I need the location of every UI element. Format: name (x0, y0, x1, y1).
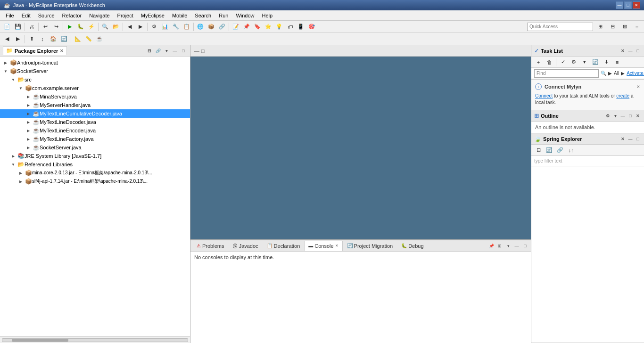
tb2-forward[interactable]: ▶ (13, 34, 23, 44)
minimize-button[interactable]: — (616, 1, 623, 9)
arrow-btn1[interactable]: ▶ (608, 71, 612, 76)
tree-item-mytextlinedecoder[interactable]: ▶ ☕ MyTextLineDecoder.java (0, 118, 190, 126)
toolbar-btn8[interactable]: 📝 (231, 22, 241, 32)
quick-access-btn4[interactable]: ≡ (632, 22, 642, 32)
editor-maximize[interactable]: □ (201, 48, 205, 54)
quick-access-btn1[interactable]: ⊞ (595, 22, 605, 32)
tb2-btn4[interactable]: 🔄 (59, 34, 69, 44)
tree-item-mytextlinefactory[interactable]: ▶ ☕ MyTextLineFactory.java (0, 135, 190, 143)
tree-item-src[interactable]: ▼ 📂 src (0, 75, 190, 84)
outline-menu[interactable]: ▾ (612, 113, 619, 119)
toolbar-btn7[interactable]: 🔗 (217, 22, 227, 32)
spring-filter-btn[interactable]: ↓↑ (566, 145, 576, 155)
tb2-btn3[interactable]: 🏠 (48, 34, 58, 44)
toolbar-btn2[interactable]: 📊 (160, 22, 170, 32)
toolbar-btn10[interactable]: 🔖 (252, 22, 263, 32)
spring-collapse-btn[interactable]: ⊟ (533, 145, 544, 155)
outline-maximize[interactable]: □ (627, 113, 634, 119)
tasklist-close[interactable]: ✕ (619, 48, 626, 54)
quick-access-btn3[interactable]: ⊠ (619, 22, 630, 32)
tab-project-migration[interactable]: 🔄 Project Migration (343, 241, 397, 251)
menu-source[interactable]: Source (34, 12, 58, 19)
toolbar-btn11[interactable]: ⭐ (263, 22, 273, 32)
menu-file[interactable]: File (2, 12, 18, 19)
tasklist-minimize[interactable]: — (627, 48, 634, 54)
maximize-button[interactable]: □ (624, 1, 632, 9)
console-pin-btn[interactable]: 📌 (487, 242, 495, 250)
tree-item-minaserver[interactable]: ▶ ☕ MinaServer.java (0, 92, 190, 101)
new-button[interactable]: 📄 (2, 22, 12, 32)
task-mark-btn[interactable]: ✓ (558, 57, 568, 67)
toolbar-btn6[interactable]: 📦 (206, 22, 216, 32)
spring-close[interactable]: ✕ (619, 136, 626, 142)
tree-item-reflibs[interactable]: ▼ 📂 Referenced Libraries (0, 160, 190, 169)
debug-button[interactable]: 🐛 (75, 22, 86, 32)
spring-link-btn[interactable]: 🔗 (555, 145, 565, 155)
tb2-perspective3[interactable]: ☕ (94, 34, 105, 44)
tree-item-socketserverjava[interactable]: ▶ ☕ SocketServer.java (0, 143, 190, 152)
profile-button[interactable]: ⚡ (86, 22, 97, 32)
toolbar-btn15[interactable]: 🎯 (306, 22, 317, 32)
task-refresh-btn[interactable]: 🔄 (590, 57, 601, 67)
tb2-back[interactable]: ◀ (2, 34, 12, 44)
menu-run[interactable]: Run (215, 12, 232, 19)
open-button[interactable]: 📂 (111, 22, 121, 32)
tab-declaration[interactable]: 📋 Declaration (263, 241, 305, 251)
toolbar-btn13[interactable]: 🏷 (285, 22, 295, 32)
arrow-btn2[interactable]: ▶ (621, 71, 625, 76)
spring-refresh-btn[interactable]: 🔄 (544, 145, 554, 155)
undo-button[interactable]: ↩ (40, 22, 50, 32)
create-link[interactable]: create (616, 93, 629, 98)
toolbar-btn1[interactable]: ⚙ (149, 22, 159, 32)
spring-minimize[interactable]: — (627, 136, 634, 142)
tree-item-mytextlinecumulativedecoder[interactable]: ▶ ☕ MyTextLineCumulativeDecoder.java (0, 109, 190, 118)
console-tab-close[interactable]: ✕ (335, 244, 339, 248)
tree-scrollbar[interactable] (0, 336, 190, 343)
tasklist-maximize[interactable]: □ (635, 48, 641, 54)
task-filter-btn[interactable]: ▾ (579, 57, 590, 67)
quick-access-btn2[interactable]: ⊟ (607, 22, 618, 32)
save-button[interactable]: 💾 (13, 22, 23, 32)
run-button[interactable]: ▶ (65, 22, 75, 32)
toolbar-btn14[interactable]: 📱 (296, 22, 306, 32)
package-explorer-close[interactable]: ✕ (60, 49, 64, 53)
task-new-btn[interactable]: + (533, 57, 544, 67)
link-editor-btn[interactable]: 🔗 (154, 47, 162, 55)
menu-edit[interactable]: Edit (18, 12, 34, 19)
tab-debug[interactable]: 🐛 Debug (397, 241, 428, 251)
console-minimize[interactable]: — (513, 242, 520, 250)
menu-myeclipse[interactable]: MyEclipse (137, 12, 168, 19)
tab-problems[interactable]: ⚠ Problems (192, 241, 228, 251)
tree-item-androidpn[interactable]: ▶ 📦 Androidpn-tomcat (0, 58, 190, 67)
view-menu-btn[interactable]: ▾ (163, 47, 170, 55)
menu-help[interactable]: Help (258, 12, 277, 19)
next-edit-button[interactable]: ▶ (135, 22, 146, 32)
tree-item-mytextlineencoder[interactable]: ▶ ☕ MyTextLineEncoder.java (0, 126, 190, 135)
redo-button[interactable]: ↪ (51, 22, 61, 32)
menu-search[interactable]: Search (191, 12, 215, 19)
toolbar-btn4[interactable]: 📋 (182, 22, 192, 32)
tb2-btn2[interactable]: ↕ (37, 34, 48, 44)
menu-navigate[interactable]: Navigate (85, 12, 113, 19)
maximize-panel-btn[interactable]: □ (180, 47, 187, 55)
activate-link[interactable]: Activate... (627, 71, 644, 76)
editor-minimize[interactable]: — (194, 48, 199, 54)
task-settings-btn[interactable]: ⚙ (569, 57, 579, 67)
toolbar-btn12[interactable]: 💡 (274, 22, 284, 32)
tree-item-package[interactable]: ▼ 📦 com.example.server (0, 84, 190, 92)
console-view-menu[interactable]: ▾ (504, 242, 512, 250)
h-scrollbar-thumb[interactable] (12, 339, 68, 342)
tree-item-jre[interactable]: ▶ 📚 JRE System Library [JavaSE-1.7] (0, 152, 190, 160)
tree-item-minacore[interactable]: ▶ 📦 mina-core-2.0.13.jar - E:\mina框架\apa… (0, 169, 190, 177)
close-button[interactable]: ✕ (633, 1, 640, 9)
mylyn-close[interactable]: ✕ (636, 84, 640, 89)
outline-settings[interactable]: ⚙ (604, 113, 611, 119)
menu-window[interactable]: Window (232, 12, 258, 19)
tab-console[interactable]: ▬ Console ✕ (304, 241, 342, 251)
toolbar-btn9[interactable]: 📌 (241, 22, 252, 32)
task-menu-btn[interactable]: ≡ (612, 57, 622, 67)
task-delete-btn[interactable]: 🗑 (544, 57, 554, 67)
h-scrollbar-track[interactable] (2, 338, 188, 342)
print-button[interactable]: 🖨 (26, 22, 37, 32)
toolbar-btn5[interactable]: 🌐 (195, 22, 206, 32)
